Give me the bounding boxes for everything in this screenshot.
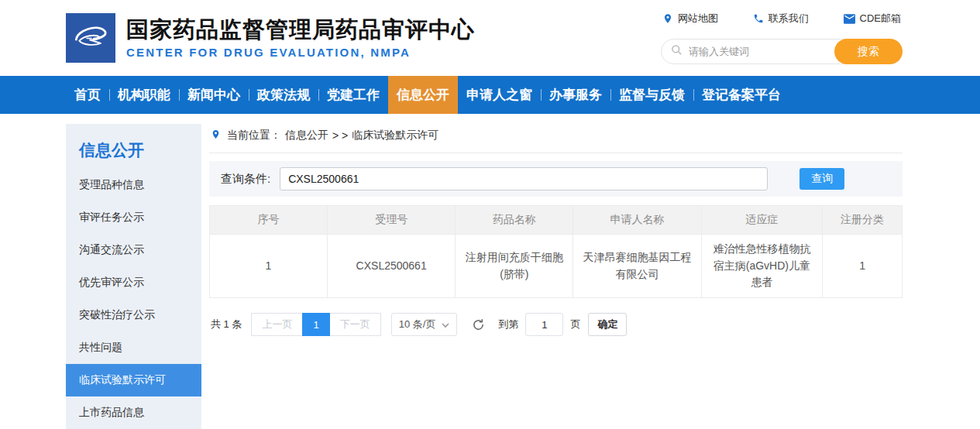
sidebar-item[interactable]: 临床试验默示许可 — [66, 364, 201, 396]
breadcrumb-current: 临床试验默示许可 — [352, 129, 438, 142]
main-nav: 首页 机构职能 新闻中心 政策法规 党建工作 信息公开 申请人之窗 办事服务 监… — [0, 76, 980, 114]
content-area: 当前位置： 信息公开 > > 临床试验默示许可 查询条件: 查询 序号受理号药品… — [209, 124, 903, 429]
main-area: 信息公开 受理品种信息 审评任务公示 沟通交流公示 优先审评公示 突破性治疗公示… — [0, 114, 980, 429]
query-label: 查询条件: — [221, 172, 270, 187]
prev-page-button[interactable]: 上一页 — [251, 313, 302, 336]
breadcrumb-section[interactable]: 信息公开 — [285, 129, 328, 142]
sitemap-link-label: 网站地图 — [678, 12, 718, 26]
table-cell: 1 — [823, 235, 903, 298]
table-header-cell: 受理号 — [327, 206, 455, 235]
header-right: 网站地图 联系我们 CDE邮箱 搜索 — [661, 12, 903, 64]
site-search-button[interactable]: 搜索 — [834, 39, 903, 64]
site-title: 国家药品监督管理局药品审评中心 — [126, 17, 475, 43]
sidebar-title: 信息公开 — [66, 130, 201, 169]
sidebar-item[interactable]: 共性问题 — [66, 331, 201, 364]
table-cell: CXSL2500661 — [327, 235, 455, 298]
next-page-button[interactable]: 下一页 — [330, 313, 381, 336]
table-cell: 注射用间充质干细胞(脐带) — [456, 235, 573, 298]
sidebar: 信息公开 受理品种信息 审评任务公示 沟通交流公示 优先审评公示 突破性治疗公示… — [66, 124, 201, 429]
table-header-cell: 注册分类 — [823, 206, 903, 235]
site-search-input[interactable] — [689, 46, 834, 57]
search-icon — [671, 44, 683, 59]
goto-page-prefix: 到第 — [498, 317, 518, 331]
sitemap-link[interactable]: 网站地图 — [662, 12, 718, 26]
goto-page-input[interactable] — [525, 313, 563, 336]
breadcrumb: 当前位置： 信息公开 > > 临床试验默示许可 — [209, 124, 903, 153]
query-input[interactable] — [280, 167, 768, 190]
results-table: 序号受理号药品名称申请人名称适应症注册分类 1CXSL2500661注射用间充质… — [209, 205, 903, 298]
quick-links: 网站地图 联系我们 CDE邮箱 — [661, 12, 903, 26]
site-header: 国家药品监督管理局药品审评中心 CENTER FOR DRUG EVALUATI… — [0, 0, 980, 76]
table-body: 1CXSL2500661注射用间充质干细胞(脐带)天津昂赛细胞基因工程有限公司难… — [210, 235, 903, 298]
nav-item[interactable]: 信息公开 — [388, 76, 458, 114]
cde-logo — [66, 13, 115, 63]
table-header-row: 序号受理号药品名称申请人名称适应症注册分类 — [210, 206, 903, 235]
current-page-button[interactable]: 1 — [302, 313, 329, 336]
sidebar-item[interactable]: 上市药品信息 — [66, 396, 201, 429]
nav-item[interactable]: 党建工作 — [318, 76, 388, 114]
envelope-icon — [844, 14, 855, 24]
site-search: 搜索 — [661, 39, 903, 64]
nav-item[interactable]: 登记备案平台 — [693, 76, 789, 114]
page-size-select[interactable]: 10 条/页 — [391, 313, 458, 336]
nav-item[interactable]: 申请人之窗 — [458, 76, 541, 114]
query-button[interactable]: 查询 — [799, 168, 844, 190]
sidebar-item[interactable]: 受理品种信息 — [66, 169, 201, 201]
table-cell: 1 — [210, 235, 328, 298]
table-header-cell: 适应症 — [701, 206, 822, 235]
sidebar-item[interactable]: 审评任务公示 — [66, 201, 201, 234]
breadcrumb-prefix: 当前位置： — [227, 129, 281, 142]
site-subtitle: CENTER FOR DRUG EVALUATION, NMPA — [126, 46, 475, 59]
cde-mail-link[interactable]: CDE邮箱 — [844, 12, 901, 26]
query-bar: 查询条件: 查询 — [209, 161, 903, 197]
nav-item[interactable]: 首页 — [66, 76, 109, 114]
table-header-cell: 序号 — [210, 206, 328, 235]
nav-item[interactable]: 机构职能 — [109, 76, 179, 114]
sidebar-menu: 受理品种信息 审评任务公示 沟通交流公示 优先审评公示 突破性治疗公示 共性问题… — [66, 169, 201, 429]
chevron-down-icon — [442, 319, 449, 331]
refresh-icon[interactable] — [472, 318, 485, 331]
goto-page-suffix: 页 — [570, 317, 580, 331]
table-row: 1CXSL2500661注射用间充质干细胞(脐带)天津昂赛细胞基因工程有限公司难… — [210, 235, 903, 298]
table-cell: 天津昂赛细胞基因工程有限公司 — [573, 235, 701, 298]
page-size-value: 10 条/页 — [399, 317, 436, 331]
swan-logo-icon — [70, 16, 111, 60]
table-header-cell: 申请人名称 — [573, 206, 701, 235]
sidebar-item[interactable]: 优先审评公示 — [66, 266, 201, 299]
contact-us-link[interactable]: 联系我们 — [753, 12, 809, 26]
nav-item[interactable]: 新闻中心 — [179, 76, 249, 114]
sidebar-item[interactable]: 突破性治疗公示 — [66, 299, 201, 331]
pagination: 共 1 条 上一页 1 下一页 10 条/页 到第 页 确定 — [209, 313, 903, 336]
table-header-cell: 药品名称 — [456, 206, 573, 235]
cde-mail-link-label: CDE邮箱 — [860, 12, 901, 26]
breadcrumb-separator: > > — [332, 129, 348, 142]
total-count: 共 1 条 — [211, 317, 242, 331]
location-pin-icon — [662, 13, 673, 24]
confirm-button[interactable]: 确定 — [588, 313, 627, 336]
contact-us-link-label: 联系我们 — [769, 12, 809, 26]
nav-item[interactable]: 政策法规 — [249, 76, 318, 114]
phone-icon — [753, 13, 764, 24]
nav-item[interactable]: 办事服务 — [541, 76, 610, 114]
table-cell: 难治性急性移植物抗宿主病(aGvHD)儿童患者 — [701, 235, 822, 298]
site-title-block: 国家药品监督管理局药品审评中心 CENTER FOR DRUG EVALUATI… — [126, 17, 475, 59]
nav-item[interactable]: 监督与反馈 — [610, 76, 693, 114]
sidebar-item[interactable]: 沟通交流公示 — [66, 234, 201, 266]
location-pin-icon — [211, 129, 223, 142]
